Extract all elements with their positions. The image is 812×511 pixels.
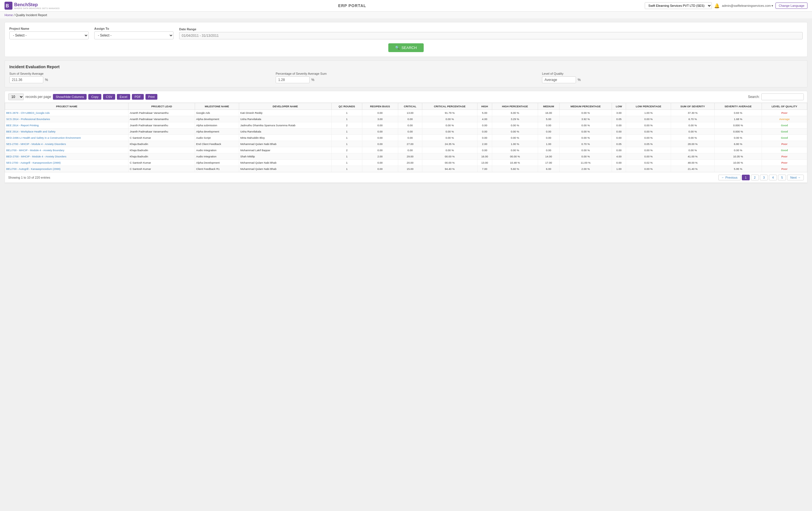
cell-low-pct: 1.00 % <box>626 110 671 116</box>
bottom-scrollbar[interactable] <box>4 183 808 187</box>
filter-section: Project Name - Select - Assign To - Sele… <box>4 22 808 57</box>
cell-developer: Mohammad Qulam Nabi Bhab <box>239 141 331 147</box>
cell-reopen: 0.00 <box>362 135 398 141</box>
excel-button[interactable]: Excel <box>117 94 130 100</box>
pdf-button[interactable]: PDF <box>132 94 144 100</box>
cell-medium-pct: 0.70 % <box>559 141 612 147</box>
cell-critical: 13.00 <box>398 110 422 116</box>
print-button[interactable]: Print <box>145 94 157 100</box>
page-2-button[interactable]: 2 <box>751 175 759 180</box>
date-range-input[interactable] <box>179 32 803 39</box>
cell-project[interactable]: 5ES-2700 - MHCIP - Module 4 - Anxiety Di… <box>5 141 128 147</box>
cell-high: 7.00 <box>477 166 492 172</box>
cell-project[interactable]: 5ES-2700 - Autogrill - Kanasprocedum (29… <box>5 160 128 166</box>
logo: B BenchStep WHERE DATA MEASURES GETS MAN… <box>4 2 60 10</box>
cell-project[interactable]: BELI700 - MHCIP - Module 4 - Anxiety Bou… <box>5 147 128 153</box>
cell-lead: Ananth Padmakaar Vanamanthu <box>128 110 195 116</box>
table-search-input[interactable] <box>761 93 804 100</box>
cell-quality: Good <box>762 135 807 141</box>
breadcrumb-home[interactable]: Home <box>4 13 13 17</box>
cell-quality: Poor <box>762 153 807 160</box>
cell-quality: Good <box>762 147 807 153</box>
table-wrapper: PROJECT NAME PROJECT LEAD MILESTONE NAME… <box>5 103 807 172</box>
assign-to-select[interactable]: - Select - <box>94 31 174 39</box>
cell-high: 13.00 <box>477 160 492 166</box>
page-3-button[interactable]: 3 <box>760 175 768 180</box>
cell-quality: Poor <box>762 166 807 172</box>
breadcrumb: Home / Quality Incident Report <box>0 11 812 19</box>
col-high: HIGH <box>477 103 492 110</box>
evaluation-section: Incident Evaluation Report Sum of Severi… <box>4 60 808 87</box>
cell-high: 16.00 <box>477 153 492 160</box>
cell-project[interactable]: BES 2879 - Ch+LBBD3_Google Ads <box>5 110 128 116</box>
page-5-button[interactable]: 5 <box>778 175 786 180</box>
cell-critical: 0.00 <box>398 116 422 122</box>
records-per-page-label: records per page <box>26 95 51 99</box>
showing-text: Showing 1 to 10 of 220 entries <box>8 176 50 179</box>
cell-project[interactable]: SCS 2914 - Professional Boundaries <box>5 116 128 122</box>
page-4-button[interactable]: 4 <box>769 175 777 180</box>
csv-button[interactable]: CSV <box>103 94 115 100</box>
cell-medium-pct: 2.00 % <box>559 166 612 172</box>
change-language-button[interactable]: Change Language <box>776 3 808 9</box>
cell-high: 0.00 <box>477 129 492 135</box>
table-section: 102550100 records per page Show/Hide Col… <box>4 91 808 183</box>
cell-qc: 1 <box>332 129 362 135</box>
cell-lead: Ananth Padmakaar Vanamanthu <box>128 116 195 122</box>
copy-button[interactable]: Copy <box>88 94 101 100</box>
company-select[interactable]: Swift Elearning Services PVT LTD (SES) <box>645 2 712 9</box>
bell-icon[interactable]: 🔔 <box>714 3 720 8</box>
cell-avg: 10.00 % <box>714 160 762 166</box>
cell-low: 0.00 <box>612 147 626 153</box>
next-button[interactable]: Next → <box>787 175 804 180</box>
cell-medium-pct: 0.00 % <box>559 147 612 153</box>
cell-high-pct: 0.00 % <box>492 147 538 153</box>
cell-medium: 14.00 <box>538 153 559 160</box>
severity-avg-input[interactable] <box>9 77 43 83</box>
table-row: SCS 2914 - Professional Boundaries Anant… <box>5 116 807 122</box>
records-per-page-select[interactable]: 102550100 <box>8 93 24 100</box>
project-name-select[interactable]: - Select - <box>9 31 89 39</box>
cell-avg: 0.83 % <box>714 110 762 116</box>
quality-level-input[interactable] <box>542 77 576 83</box>
prev-button[interactable]: ← Previous <box>718 175 741 180</box>
cell-project[interactable]: BEE 2914 - Workplace Health and Safety <box>5 129 128 135</box>
cell-qc: 1 <box>332 110 362 116</box>
cell-low: 0.05 <box>612 116 626 122</box>
table-row: 5ES-2700 - MHCIP - Module 4 - Anxiety Di… <box>5 141 807 147</box>
cell-project[interactable]: BELI700 - Autogrill - Kanaasprocedum (29… <box>5 166 128 172</box>
cell-project[interactable]: BED-2700 - MHCIP - Module 4 - Anxiety Di… <box>5 153 128 160</box>
col-developer-name: DEVELOPER NAME <box>239 103 331 110</box>
cell-quality: Average <box>762 116 807 122</box>
cell-high-pct: 1.00 % <box>492 141 538 147</box>
cell-high-pct: 0.00 % <box>492 122 538 129</box>
severity-pct-input[interactable] <box>276 77 310 83</box>
cell-medium-pct: 0.00 % <box>559 110 612 116</box>
table-search-area: Search: <box>748 93 804 100</box>
cell-critical-pct: 94.40 % <box>422 166 477 172</box>
cell-developer: Muhammad Lakif Bappar <box>239 147 331 153</box>
cell-project[interactable]: BEE 2914 - Report Printing <box>5 122 128 129</box>
cell-critical: 20.00 <box>398 160 422 166</box>
show-hide-columns-button[interactable]: Show/Hide Columns <box>53 94 87 100</box>
cell-high: 4.00 <box>477 116 492 122</box>
severity-avg-group: Sum of Severity Average % <box>9 72 270 83</box>
cell-lead: Khaja Badrudin <box>128 141 195 147</box>
page-1-button[interactable]: 1 <box>742 175 750 180</box>
assign-to-label: Assign To <box>94 27 174 30</box>
search-button[interactable]: 🔍 SEARCH <box>388 43 424 52</box>
cell-project[interactable]: BED-2496-LI Health and Safety in a Const… <box>5 135 128 141</box>
pagination-area: Showing 1 to 10 of 220 entries ← Previou… <box>5 172 807 182</box>
cell-sum: 6.70 % <box>671 116 714 122</box>
cell-high-pct: 10.48 % <box>492 160 538 166</box>
cell-qc: 1 <box>332 160 362 166</box>
table-row: BELI700 - Autogrill - Kanaasprocedum (29… <box>5 166 807 172</box>
cell-qc: 1 <box>332 135 362 141</box>
col-critical-pct: CRITICAL PERCENTAGE <box>422 103 477 110</box>
col-low: LOW <box>612 103 626 110</box>
quality-level-group: Level of Quality % <box>542 72 803 83</box>
cell-avg: 6.80 % <box>714 141 762 147</box>
cell-low: 0.05 <box>612 141 626 147</box>
cell-sum: 48.00 % <box>671 160 714 166</box>
filter-row: Project Name - Select - Assign To - Sele… <box>9 27 803 39</box>
